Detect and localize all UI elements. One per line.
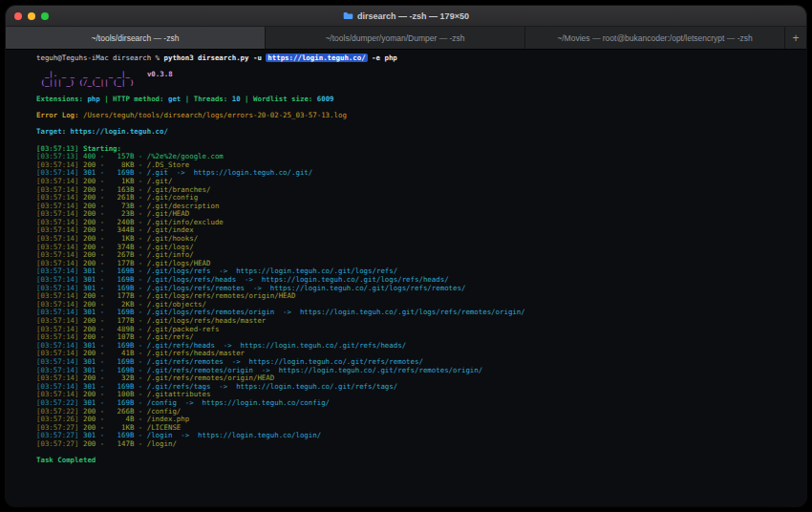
target-url: https://login.teguh.co/ xyxy=(71,127,168,136)
tab-letsencrypt[interactable]: ~/Movies — root@bukancoder:/opt/letsencr… xyxy=(525,27,785,49)
command-args: -e php xyxy=(368,53,397,62)
error-log-label: Error Log: xyxy=(36,111,83,119)
timestamp: [03:57:14] xyxy=(36,316,83,325)
banner-line-1: _|. _ _ _ _ _ _|_v0.3.8 xyxy=(36,71,799,79)
timestamp: [03:57:27] xyxy=(36,439,83,448)
version-label: v0.3.8 xyxy=(147,70,173,78)
close-button[interactable] xyxy=(14,12,22,20)
window-title: dirsearch — -zsh — 179×50 xyxy=(6,6,806,26)
error-log-path: /Users/teguh/tools/dirsearch/logs/errors… xyxy=(83,111,347,119)
result-text: 200 - 147B - /login/ xyxy=(83,439,177,448)
timestamp: [03:57:14] xyxy=(36,250,83,259)
traffic-lights xyxy=(6,12,49,20)
tab-dumper[interactable]: ~/tools/dumper/yoman/Dumper — -zsh xyxy=(266,27,525,49)
tab-label: ~/tools/dirsearch — -zsh xyxy=(92,33,180,43)
info-label: Extensions: xyxy=(36,95,87,103)
info-value: 6009 xyxy=(317,95,334,103)
timestamp: [03:57:27] xyxy=(36,431,83,439)
tab-label: ~/Movies — root@bukancoder:/opt/letsencr… xyxy=(557,33,752,43)
zoom-button[interactable] xyxy=(41,12,49,20)
timestamp: [03:57:14] xyxy=(36,357,83,366)
info-value: 10 xyxy=(232,95,241,103)
terminal-window: dirsearch — -zsh — 179×50 ~/tools/dirsea… xyxy=(6,6,806,506)
timestamp: [03:57:22] xyxy=(36,398,83,407)
info-label: | Threads: xyxy=(181,95,231,103)
timestamp: [03:57:14] xyxy=(36,177,83,185)
error-log-line: Error Log: /Users/teguh/tools/dirsearch/… xyxy=(36,112,799,120)
timestamp: [03:57:26] xyxy=(36,415,83,423)
task-completed-line: Task Completed xyxy=(36,457,799,465)
blank-line xyxy=(36,449,799,458)
folder-icon xyxy=(343,11,353,20)
tab-dirsearch[interactable]: ~/tools/dirsearch — -zsh xyxy=(6,27,266,49)
timestamp: [03:57:14] xyxy=(36,275,83,284)
terminal-content[interactable]: teguh@Teguhs-iMac dirsearch % python3 di… xyxy=(6,50,806,506)
info-label: | Wordlist size: xyxy=(241,95,317,103)
target-line: Target: https://login.teguh.co/ xyxy=(36,128,799,137)
timestamp: [03:57:14] xyxy=(36,390,83,398)
titlebar[interactable]: dirsearch — -zsh — 179×50 xyxy=(6,6,806,27)
prompt-line: teguh@Teguhs-iMac dirsearch % python3 di… xyxy=(36,54,799,63)
timestamp: [03:57:14] xyxy=(36,168,83,177)
timestamp: [03:57:14] xyxy=(36,332,83,341)
tab-label: ~/tools/dumper/yoman/Dumper — -zsh xyxy=(325,33,464,43)
info-value: get xyxy=(168,95,181,103)
info-value: php xyxy=(87,95,99,103)
timestamp: [03:57:14] xyxy=(36,193,83,202)
blank-line xyxy=(36,137,799,145)
minimize-button[interactable] xyxy=(28,12,35,20)
timestamp: [03:57:14] xyxy=(36,373,83,382)
banner-ascii: (_||| _) (/_(_|| (_| ) xyxy=(36,78,134,87)
target-label: Target: xyxy=(36,127,71,136)
banner-line-2: (_||| _) (/_(_|| (_| ) xyxy=(36,79,799,88)
new-tab-button[interactable]: + xyxy=(785,27,806,49)
timestamp: [03:57:13] xyxy=(36,152,83,160)
command-text: python3 dirsearch.py -u xyxy=(164,53,267,62)
timestamp: [03:57:14] xyxy=(36,234,83,243)
command-url-highlight: https://login.teguh.co/ xyxy=(266,53,367,62)
timestamp: [03:57:14] xyxy=(36,209,83,218)
results-list: [03:57:13] 400 - 157B - /%2e%2e/google.c… xyxy=(36,153,799,448)
timestamp: [03:57:14] xyxy=(36,291,83,300)
window-title-text: dirsearch — -zsh — 179×50 xyxy=(357,11,469,21)
task-completed-label: Task Completed xyxy=(36,456,96,464)
tab-bar: ~/tools/dirsearch — -zsh ~/tools/dumper/… xyxy=(6,27,806,50)
scan-info-line: Extensions: php | HTTP method: get | Thr… xyxy=(36,96,799,104)
shell-prompt: teguh@Teguhs-iMac dirsearch % xyxy=(36,53,164,62)
result-line: [03:57:27] 200 - 147B - /login/ xyxy=(36,440,799,449)
info-label: | HTTP method: xyxy=(100,95,168,103)
